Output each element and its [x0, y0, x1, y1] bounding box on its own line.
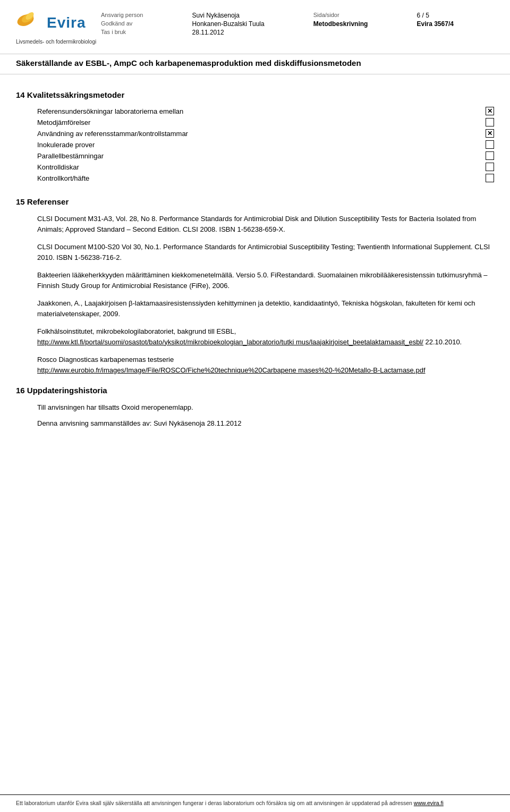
section15: 15 Referenser CLSI Document M31-A3, Vol.… [16, 197, 494, 375]
ref1: CLSI Document M31-A3, Vol. 28, No 8. Per… [37, 214, 494, 234]
checkbox [486, 140, 494, 149]
checklist-row: Kontrollkort/häfte [37, 174, 494, 182]
evira-logo: Evira [16, 10, 101, 36]
tas-label: Tas i bruk [101, 29, 184, 36]
title-bar: Säkerställande av ESBL-, AmpC och karbap… [0, 54, 510, 74]
checkbox [486, 174, 494, 182]
godkand-value: Honkanen-Buzalski Tuula [192, 20, 305, 28]
update-item-2: Denna anvisning sammanställdes av: Suvi … [37, 418, 494, 429]
checklist: Referensundersökningar laboratorierna em… [37, 107, 494, 182]
ref5-text-after: 22.10.2010. [426, 338, 462, 346]
header-meta: Ansvarig person Suvi Nykäsenoja Sida/sid… [101, 10, 494, 36]
ref4: Jaakkonen, A., Laajakirjoisen β-laktamaa… [37, 298, 494, 319]
ref3: Bakteerien lääkeherkkyyden määrittäminen… [37, 270, 494, 291]
ref6-text-before: Rosco Diagnosticas karbapenemas testseri… [37, 356, 174, 363]
checklist-label: Referensundersökningar laboratorierna em… [37, 107, 475, 115]
checklist-row: Parallellbestämningar [37, 151, 494, 160]
godkand-label: Godkänd av [101, 20, 184, 28]
footer: Ett laboratorium utanför Evira skall sjä… [0, 794, 510, 812]
checklist-label: Användning av referensstammar/kontrollst… [37, 130, 475, 138]
checklist-row: Referensundersökningar laboratorierna em… [37, 107, 494, 115]
ansvarig-label: Ansvarig person [101, 12, 184, 19]
ref6-link[interactable]: http://www.eurobio.fr/images/Image/File/… [37, 366, 426, 374]
checklist-label: Parallellbestämningar [37, 152, 475, 160]
ref6: Rosco Diagnosticas karbapenemas testseri… [37, 354, 494, 375]
update-text-1: Till anvisningen har tillsatts Oxoid mer… [37, 403, 193, 411]
checkbox [486, 163, 494, 171]
ref2-text: CLSI Document M100-S20 Vol 30, No.1. Per… [37, 243, 490, 261]
update-text-2: Denna anvisning sammanställdes av: Suvi … [37, 419, 241, 427]
checkbox [486, 151, 494, 160]
update-item-1: Till anvisningen har tillsatts Oxoid mer… [37, 402, 494, 413]
checkbox [486, 118, 494, 126]
checklist-row: Kontrolldiskar [37, 163, 494, 171]
metodbeskrivning-value: Evira 3567/4 [417, 20, 495, 28]
checklist-label: Kontrolldiskar [37, 163, 475, 171]
checklist-label: Kontrollkort/häfte [37, 174, 475, 182]
section14-heading: 14 Kvalitetssäkringsmetoder [16, 90, 494, 99]
checklist-row: Inokulerade prover [37, 140, 494, 149]
sida-value: 6 / 5 [417, 12, 495, 19]
evira-icon [16, 10, 42, 36]
main-content: 14 Kvalitetssäkringsmetoder Referensunde… [0, 74, 510, 444]
logo-subtitle: Livsmedels- och fodermikrobiologi [16, 38, 101, 45]
page-title: Säkerställande av ESBL-, AmpC och karbap… [16, 58, 494, 67]
logo-area: Evira Livsmedels- och fodermikrobiologi [16, 10, 101, 45]
ref5-text-before: Folkhälsoinstitutet, mikrobekologilabora… [37, 327, 236, 335]
checkbox [486, 107, 494, 115]
section15-heading: 15 Referenser [16, 197, 494, 206]
sida-label: Sida/sidor [313, 12, 409, 19]
tas-value: 28.11.2012 [192, 29, 305, 36]
metodbeskrivning-label: Metodbeskrivning [313, 20, 409, 28]
header: Evira Livsmedels- och fodermikrobiologi … [0, 0, 510, 50]
ansvarig-value: Suvi Nykäsenoja [192, 12, 305, 19]
evira-logo-text: Evira [47, 14, 86, 31]
ref5: Folkhälsoinstitutet, mikrobekologilabora… [37, 326, 494, 347]
ref3-text: Bakteerien lääkeherkkyyden määrittäminen… [37, 271, 488, 290]
ref1-text: CLSI Document M31-A3, Vol. 28, No 8. Per… [37, 215, 476, 233]
footer-link[interactable]: www.evira.fi [414, 800, 444, 806]
ref4-text: Jaakkonen, A., Laajakirjoisen β-laktamaa… [37, 299, 475, 318]
section16-heading: 16 Uppdateringshistoria [16, 386, 494, 395]
checkbox [486, 129, 494, 138]
checklist-row: Användning av referensstammar/kontrollst… [37, 129, 494, 138]
checklist-label: Metodjämförelser [37, 119, 475, 126]
section16: 16 Uppdateringshistoria Till anvisningen… [16, 386, 494, 428]
ref5-link[interactable]: http://www.ktl.fi/portal/suomi/osastot/b… [37, 338, 423, 346]
checklist-row: Metodjämförelser [37, 118, 494, 126]
checklist-label: Inokulerade prover [37, 141, 475, 149]
ref2: CLSI Document M100-S20 Vol 30, No.1. Per… [37, 242, 494, 263]
footer-text: Ett laboratorium utanför Evira skall sjä… [16, 800, 412, 806]
